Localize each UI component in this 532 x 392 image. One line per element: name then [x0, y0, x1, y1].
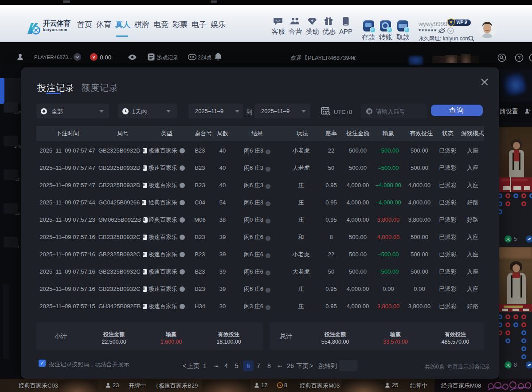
svg-text:水: 水 [506, 237, 510, 242]
svg-text:V: V [92, 55, 95, 59]
svg-text:?: ? [518, 55, 521, 60]
svg-text:局: 局 [367, 109, 372, 114]
svg-text:水: 水 [506, 363, 510, 368]
